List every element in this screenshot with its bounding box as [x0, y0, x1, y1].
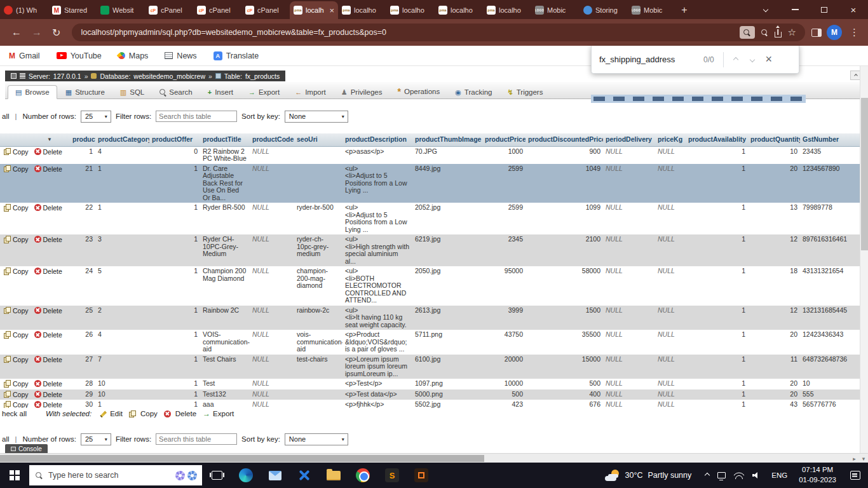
column-header-productThumbImage[interactable]: productThumbImage: [412, 133, 482, 146]
cell-productPrice[interactable]: 423: [482, 400, 526, 408]
cell-productDiscountedPrice[interactable]: 500: [526, 379, 603, 390]
cell-productQuantity[interactable]: 12: [748, 306, 800, 330]
console-tab[interactable]: Console: [5, 444, 48, 453]
cell-productOffer[interactable]: 0: [149, 146, 200, 164]
volume-icon[interactable]: [752, 472, 760, 479]
find-input[interactable]: [599, 55, 701, 64]
cell-productAvailablity[interactable]: 1: [686, 400, 748, 408]
cell-GstNumber[interactable]: 1234567890: [800, 164, 868, 203]
cell-productThumbImage[interactable]: 5502.jpg: [412, 400, 482, 408]
column-header-periodDelivery[interactable]: periodDelivery: [603, 133, 655, 146]
cell-productThumbImage[interactable]: 70.JPG: [412, 146, 482, 164]
cell-productThumbImage[interactable]: 1097.png: [412, 379, 482, 390]
cell-periodDelivery[interactable]: NULL: [603, 390, 655, 400]
copy-row-link[interactable]: Copy: [13, 380, 29, 388]
cell-priceKg[interactable]: NULL: [655, 234, 686, 266]
cell-productCategory[interactable]: 2: [95, 306, 149, 330]
cell-productID[interactable]: 25: [70, 306, 95, 330]
sort-by-key-select[interactable]: None▾: [285, 433, 348, 445]
cell-productOffer[interactable]: 1: [149, 390, 200, 400]
back-icon[interactable]: ←: [11, 27, 22, 38]
rows-per-page-select[interactable]: 25▾: [81, 111, 111, 123]
url-bar[interactable]: localhost/phpmyadmin/sql.php?db=websited…: [72, 24, 805, 41]
cell-productQuantity[interactable]: 11: [748, 355, 800, 379]
cell-priceKg[interactable]: NULL: [655, 355, 686, 379]
browser-tab[interactable]: MStarred: [48, 1, 97, 19]
cell-priceKg[interactable]: NULL: [655, 146, 686, 164]
edge-button[interactable]: [231, 463, 261, 488]
copy-row-link[interactable]: Copy: [13, 236, 29, 243]
column-header-productOffer[interactable]: productOffer: [149, 133, 200, 146]
browser-tab[interactable]: cPcPanel: [193, 1, 241, 19]
column-header-productCode[interactable]: productCode: [250, 133, 294, 146]
find-close-icon[interactable]: ×: [761, 51, 777, 68]
cell-productOffer[interactable]: 1: [149, 203, 200, 234]
cell-productDescription[interactable]: <ul> <li>BOTH ELECTROMOTOR CONTROLLED AN…: [342, 266, 412, 306]
cell-productDescription[interactable]: <p>Loreum ipsum loreum ipsum loreum ipsu…: [342, 355, 412, 379]
column-header-seoUri[interactable]: seoUri: [294, 133, 342, 146]
scroll-right-icon[interactable]: ▸: [850, 454, 859, 463]
cell-productThumbImage[interactable]: 6219.jpg: [412, 234, 482, 266]
cell-productDiscountedPrice[interactable]: 900: [526, 146, 603, 164]
cell-productPrice[interactable]: 43750: [482, 330, 526, 355]
column-header-productDiscountedPrice[interactable]: productDiscountedPrice: [526, 133, 603, 146]
cell-productQuantity[interactable]: 13: [748, 203, 800, 234]
tab-close-icon[interactable]: ×: [329, 6, 334, 15]
maximize-icon[interactable]: [810, 0, 839, 19]
cell-productPrice[interactable]: 1000: [482, 146, 526, 164]
show-all-label-partial[interactable]: all: [2, 112, 10, 120]
browser-tab[interactable]: pmalocalho: [483, 1, 531, 19]
cell-productPrice[interactable]: 500: [482, 390, 526, 400]
cell-productID[interactable]: 29: [70, 390, 95, 400]
tab-tracking[interactable]: ◉Tracking: [448, 86, 499, 98]
export-selected-button[interactable]: →Export: [203, 409, 234, 418]
tab-export[interactable]: →Export: [241, 86, 287, 98]
search-highlight-icon[interactable]: [175, 471, 197, 480]
cell-productCode[interactable]: NULL: [250, 379, 294, 390]
delete-row-link[interactable]: Delete: [43, 268, 62, 275]
cell-periodDelivery[interactable]: NULL: [603, 234, 655, 266]
delete-row-link[interactable]: Delete: [43, 204, 62, 212]
cell-productCode[interactable]: NULL: [250, 330, 294, 355]
cell-seoUri[interactable]: rainbow-2c: [294, 306, 342, 330]
cell-productTitle[interactable]: Test: [200, 379, 250, 390]
cell-productAvailablity[interactable]: 1: [686, 203, 748, 234]
cell-productTitle[interactable]: aaa: [200, 400, 250, 408]
cell-productAvailablity[interactable]: 1: [686, 330, 748, 355]
find-prev-icon[interactable]: [728, 51, 744, 68]
cell-productTitle[interactable]: R2 Rainbow 2 PC White-Blue: [200, 146, 250, 164]
cell-productTitle[interactable]: Ryder CH-10PC-Grey-Medium: [200, 234, 250, 266]
delete-row-link[interactable]: Delete: [43, 391, 62, 398]
cell-productAvailablity[interactable]: 1: [686, 146, 748, 164]
browser-tab[interactable]: LOGOMobic: [531, 1, 580, 19]
cell-productDescription[interactable]: <ul> <li>Adjust to 5 Positions from a Lo…: [342, 203, 412, 234]
chrome-button[interactable]: [348, 463, 377, 488]
delete-selected-button[interactable]: Delete: [164, 410, 196, 417]
minimize-icon[interactable]: [780, 0, 810, 19]
cell-productThumbImage[interactable]: 5000.png: [412, 390, 482, 400]
file-explorer-button[interactable]: [319, 463, 348, 488]
cell-productCategory[interactable]: 5: [95, 266, 149, 306]
cell-periodDelivery[interactable]: NULL: [603, 355, 655, 379]
copy-row-link[interactable]: Copy: [13, 401, 29, 408]
tray-expand-icon[interactable]: [705, 473, 710, 478]
cell-productOffer[interactable]: 1: [149, 330, 200, 355]
zoom-icon[interactable]: [761, 29, 768, 36]
cell-productTitle[interactable]: Dr. Care Adjustable Back Rest for Use On…: [200, 164, 250, 203]
cell-productOffer[interactable]: 1: [149, 234, 200, 266]
action-center-icon[interactable]: [850, 471, 860, 480]
cell-productTitle[interactable]: Test Chairs: [200, 355, 250, 379]
cell-productDescription[interactable]: <p>fjhhk</p>: [342, 400, 412, 408]
copy-row-link[interactable]: Copy: [13, 204, 29, 212]
cell-productCode[interactable]: NULL: [250, 355, 294, 379]
copy-row-link[interactable]: Copy: [13, 331, 29, 339]
cell-seoUri[interactable]: [294, 390, 342, 400]
side-panel-icon[interactable]: [811, 29, 822, 37]
tab-privileges[interactable]: ♟Privileges: [334, 86, 390, 98]
cell-productCode[interactable]: NULL: [250, 400, 294, 408]
cell-productID[interactable]: 27: [70, 355, 95, 379]
cell-productPrice[interactable]: 2599: [482, 203, 526, 234]
browser-tab[interactable]: cPcPanel: [145, 1, 193, 19]
taskbar-clock[interactable]: 07:14 PM 01-09-2023: [792, 465, 843, 485]
horizontal-scrollbar-thumb[interactable]: [0, 455, 484, 462]
